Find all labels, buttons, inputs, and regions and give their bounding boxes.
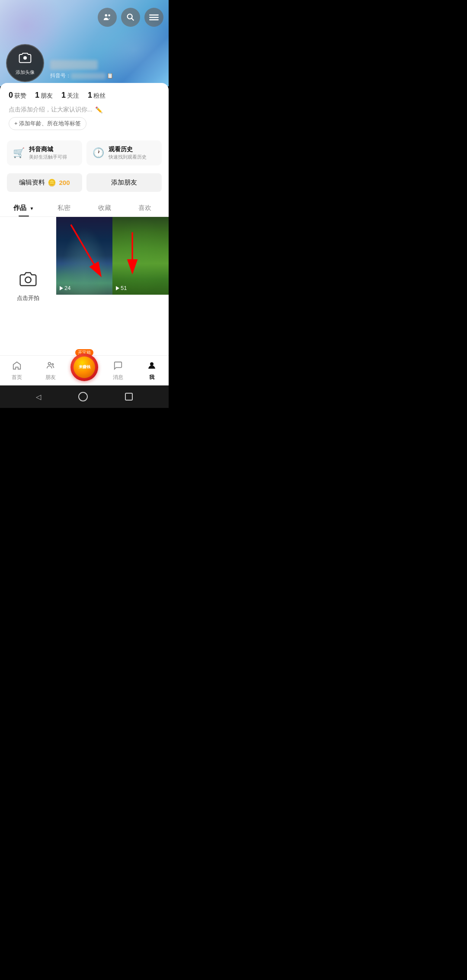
system-nav: ◁: [0, 385, 169, 408]
edit-icon: ✏️: [95, 106, 102, 113]
home-btn[interactable]: [78, 392, 88, 401]
username-blurred: [50, 60, 98, 70]
stat-friends-number: 1: [35, 91, 39, 100]
tab-works-arrow: ▼: [29, 206, 34, 211]
nav-friends-label: 朋友: [45, 374, 56, 381]
stat-following-number: 1: [61, 91, 66, 100]
svg-rect-4: [149, 15, 159, 16]
tab-private-label: 私密: [58, 204, 70, 211]
nav-messages-icon: [113, 361, 123, 373]
shop-card-subtitle: 美好生活触手可得: [29, 154, 67, 160]
nav-friends[interactable]: 朋友: [34, 359, 67, 383]
camera-icon: [18, 51, 32, 68]
tab-private[interactable]: 私密: [44, 199, 85, 216]
video-thumb-1[interactable]: 24: [56, 217, 112, 295]
empty-shoot-area[interactable]: 点击开拍: [0, 217, 56, 355]
stat-followers-number: 1: [88, 91, 92, 100]
add-friend-button[interactable]: 添加朋友: [86, 173, 162, 192]
stat-following-label: 关注: [67, 92, 79, 100]
nav-home[interactable]: 首页: [0, 359, 34, 383]
shop-card[interactable]: 🛒 抖音商城 美好生活触手可得: [7, 140, 82, 165]
header-icons: [98, 8, 163, 27]
nav-friends-icon: [46, 361, 55, 373]
tabs-row: 作品 ▼ 私密 收藏 喜欢: [0, 199, 169, 217]
main-content: 0 获赞 1 朋友 1 关注 1 粉丝 点击添加介绍，让大家认识你... ✏️ …: [0, 83, 169, 355]
history-card-subtitle: 快速找到观看历史: [109, 154, 147, 160]
shop-card-title: 抖音商城: [29, 146, 67, 153]
stat-friends[interactable]: 1 朋友: [35, 91, 53, 100]
nav-me-icon: [147, 361, 157, 373]
profile-section: 添加头像 抖音号： 📋: [6, 44, 113, 82]
coin-amount: 200: [59, 179, 70, 186]
search-icon-btn[interactable]: [121, 8, 140, 27]
tab-works[interactable]: 作品 ▼: [3, 199, 44, 216]
shoot-camera-icon: [19, 270, 37, 292]
bio-text[interactable]: 点击添加介绍，让大家认识你... ✏️: [9, 106, 160, 114]
nav-home-label: 首页: [12, 374, 22, 381]
svg-point-1: [108, 14, 110, 16]
play-icon-1: [60, 286, 63, 290]
earn-coin-shape: 来赚钱: [74, 356, 95, 378]
video-thumb-2[interactable]: 51: [112, 217, 169, 295]
history-card-text: 观看历史 快速找到观看历史: [109, 146, 147, 160]
nav-me-label: 我: [149, 374, 154, 381]
svg-point-12: [150, 363, 153, 366]
history-card-title: 观看历史: [109, 146, 147, 153]
edit-profile-label: 编辑资料: [19, 178, 45, 187]
shoot-label: 点击开拍: [17, 294, 39, 302]
tab-favorites[interactable]: 收藏: [84, 199, 125, 216]
history-card[interactable]: 🕐 观看历史 快速找到观看历史: [86, 140, 162, 165]
bio-placeholder: 点击添加介绍，让大家认识你...: [9, 106, 93, 114]
stat-followers-label: 粉丝: [93, 92, 106, 100]
tab-likes-label: 喜欢: [138, 204, 151, 211]
svg-rect-5: [149, 17, 159, 18]
friends-icon-btn[interactable]: [98, 8, 117, 27]
bio-section: 点击添加介绍，让大家认识你... ✏️ + 添加年龄、所在地等标签: [0, 104, 169, 134]
video-1-play-count: 24: [60, 285, 70, 291]
nav-me[interactable]: 我: [135, 359, 169, 383]
play-count-1-value: 24: [64, 285, 70, 291]
back-btn[interactable]: ◁: [36, 393, 41, 401]
earn-btn-container: 开宝箱 来赚钱: [67, 353, 101, 381]
svg-point-0: [105, 14, 108, 17]
nav-messages[interactable]: 消息: [101, 359, 135, 383]
nav-home-icon: [12, 361, 22, 373]
history-icon: 🕐: [93, 147, 104, 159]
douyin-id: 抖音号： 📋: [50, 72, 113, 80]
app-container: 添加头像 抖音号： 📋 0 获赞 1 朋友 1: [0, 0, 169, 408]
video-2-play-count: 51: [116, 285, 127, 291]
play-icon-2: [116, 286, 119, 290]
stat-following[interactable]: 1 关注: [61, 91, 79, 100]
stat-likes-label: 获赞: [14, 92, 26, 100]
svg-point-2: [128, 14, 132, 19]
add-avatar-label: 添加头像: [16, 69, 35, 76]
recent-btn[interactable]: [125, 393, 133, 401]
stat-friends-label: 朋友: [41, 92, 53, 100]
menu-icon-btn[interactable]: [144, 8, 163, 27]
svg-rect-6: [149, 19, 159, 20]
shop-card-text: 抖音商城 美好生活触手可得: [29, 146, 67, 160]
bottom-nav: 首页 朋友 开宝箱 来赚钱: [0, 355, 169, 385]
tab-works-label: 作品: [13, 204, 26, 211]
stats-row: 0 获赞 1 朋友 1 关注 1 粉丝: [0, 83, 169, 104]
edit-profile-button[interactable]: 编辑资料 🪙 200: [7, 173, 82, 192]
profile-info: 抖音号： 📋: [50, 60, 113, 82]
shop-icon: 🛒: [13, 147, 25, 159]
content-grid: 点击开拍 24 51: [0, 217, 169, 355]
earn-button[interactable]: 来赚钱: [70, 353, 98, 381]
tab-likes[interactable]: 喜欢: [125, 199, 166, 216]
svg-point-7: [25, 277, 31, 283]
stat-followers[interactable]: 1 粉丝: [88, 91, 106, 100]
nav-messages-label: 消息: [113, 374, 123, 381]
avatar-container: 添加头像: [6, 44, 44, 82]
action-buttons: 编辑资料 🪙 200 添加朋友: [0, 172, 169, 199]
tab-favorites-label: 收藏: [98, 204, 111, 211]
stat-likes-number: 0: [9, 91, 13, 100]
feature-cards: 🛒 抖音商城 美好生活触手可得 🕐 观看历史 快速找到观看历史: [0, 134, 169, 172]
avatar-circle[interactable]: 添加头像: [6, 44, 44, 82]
coin-icon: 🪙: [48, 178, 56, 187]
add-tag-button[interactable]: + 添加年龄、所在地等标签: [9, 117, 86, 130]
stat-likes[interactable]: 0 获赞: [9, 91, 26, 100]
earn-label: 来赚钱: [79, 365, 90, 369]
play-count-2-value: 51: [121, 285, 127, 291]
